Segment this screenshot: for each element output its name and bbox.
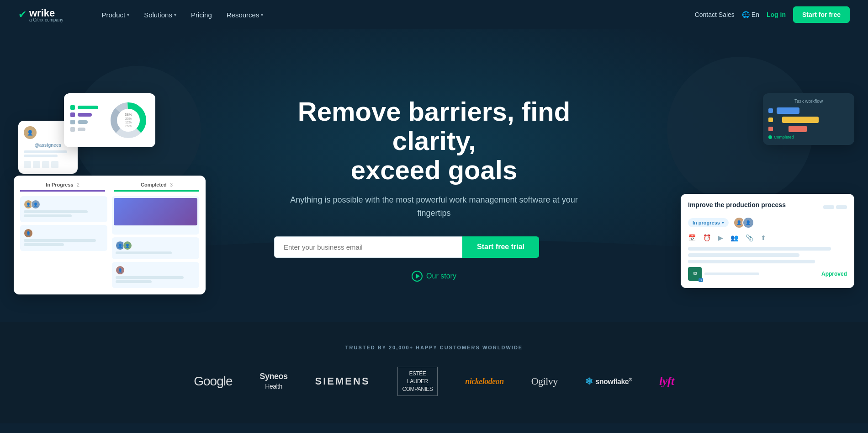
- prod-status-row: In progress ▾ 👤 👤: [688, 217, 847, 229]
- play-icon: ▶: [718, 234, 723, 241]
- trusted-label: TRUSTED BY 20,000+ HAPPY CUSTOMERS WORLD…: [18, 345, 850, 350]
- hero-title: Remove barriers, find clarity, exceed go…: [274, 97, 594, 184]
- workflow-card: Task workflow Completed: [763, 93, 854, 145]
- file-label: [704, 273, 759, 275]
- nickelodeon-logo: nickelodeon: [465, 377, 504, 386]
- kanban-completed-header: Completed 3: [114, 182, 199, 192]
- nav-resources[interactable]: Resources ▾: [221, 7, 269, 22]
- lyft-logo: lyft: [659, 374, 674, 388]
- file-thumbnail: 🖼 3: [688, 267, 702, 281]
- completed-column: 👤 👤 👤: [112, 196, 199, 288]
- chevron-down-icon: ▾: [127, 12, 129, 17]
- attach-icon: 📎: [746, 234, 753, 241]
- share-icon: ⬆: [761, 234, 766, 241]
- nav-left: ✔ wrike a Citrix company Product ▾ Solut…: [18, 0, 287, 29]
- workflow-title: Task workflow: [768, 99, 849, 104]
- prod-avatars: 👤 👤: [733, 217, 752, 229]
- ogilvy-logo: Ogilvy: [531, 375, 558, 387]
- avatar: 👤: [742, 217, 754, 229]
- chart-card: 38% 25% 12% 25%: [64, 93, 155, 147]
- nav-product[interactable]: Product ▾: [96, 7, 135, 22]
- language-selector[interactable]: 🌐 En: [742, 11, 759, 18]
- logo[interactable]: ✔ wrike a Citrix company: [18, 7, 63, 22]
- kanban-card: In Progress 2 Completed 3 👤 👤: [14, 176, 206, 294]
- login-link[interactable]: Log in: [767, 11, 786, 18]
- kanban-in-progress-header: In Progress 2: [20, 182, 105, 192]
- avatars: 👤 👤: [24, 200, 104, 209]
- production-title: Improve the production process: [688, 201, 786, 208]
- start-for-free-button[interactable]: Start for free: [793, 6, 850, 23]
- completed-label: Completed: [774, 135, 794, 139]
- completed-dot: [768, 135, 772, 139]
- avatars: 👤: [116, 266, 196, 275]
- in-progress-badge: In progress ▾: [688, 218, 729, 227]
- prod-bottom: 🖼 3 Approved: [688, 267, 847, 281]
- approved-tag: Approved: [821, 271, 847, 277]
- nav-right: Contact Sales 🌐 En Log in Start for free: [695, 6, 850, 23]
- kanban-columns: 👤 👤 👤: [20, 196, 199, 288]
- hero-form: Start free trial: [274, 236, 539, 258]
- customer-logos: Google SyneosHealth SIEMENS ESTÉELAUDERC…: [18, 367, 850, 396]
- trusted-section: TRUSTED BY 20,000+ HAPPY CUSTOMERS WORLD…: [0, 322, 868, 423]
- email-input[interactable]: [274, 236, 462, 258]
- nav-pricing[interactable]: Pricing: [185, 7, 217, 22]
- kanban-item: 👤 👤: [20, 196, 107, 222]
- completed-tag: Completed: [768, 135, 849, 139]
- status-label: In progress: [693, 220, 720, 225]
- donut-chart: 38% 25% 12% 25%: [108, 100, 149, 141]
- avatar: 👤: [116, 266, 125, 275]
- globe-icon: 🌐: [742, 11, 750, 18]
- our-story-link[interactable]: Our story: [274, 271, 594, 282]
- assign-icon: 👥: [730, 234, 738, 241]
- syneos-logo: SyneosHealth: [260, 372, 288, 391]
- snowflake-logo: ❄ snowflake®: [585, 376, 632, 387]
- nav-solutions[interactable]: Solutions ▾: [138, 7, 182, 22]
- hero-section: 👤 @assignees: [0, 29, 868, 322]
- google-logo: Google: [194, 374, 232, 389]
- prod-file: 🖼 3: [688, 267, 759, 281]
- contact-sales-link[interactable]: Contact Sales: [695, 11, 735, 18]
- logo-sub: a Citrix company: [29, 17, 63, 22]
- logo-icon: ✔: [18, 9, 26, 21]
- estee-lauder-logo: ESTÉELAUDERCOMPANIES: [397, 367, 438, 396]
- avatar: 👤: [31, 200, 40, 209]
- kanban-item: 👤: [20, 225, 107, 251]
- avatar: 👤: [123, 241, 132, 250]
- action-icons: [24, 161, 72, 168]
- navbar: ✔ wrike a Citrix company Product ▾ Solut…: [0, 0, 868, 29]
- calendar-icon: 📅: [688, 234, 696, 241]
- kanban-item: [112, 196, 199, 235]
- siemens-logo: SIEMENS: [315, 375, 370, 387]
- hero-content: Remove barriers, find clarity, exceed go…: [274, 97, 594, 282]
- kanban-header: In Progress 2 Completed 3: [20, 182, 199, 192]
- kanban-item: 👤 👤: [112, 237, 199, 259]
- production-card: Improve the production process In progre…: [681, 194, 854, 288]
- hero-subtitle: Anything is possible with the most power…: [274, 193, 594, 220]
- start-free-trial-button[interactable]: Start free trial: [462, 236, 539, 258]
- gantt-chart: [768, 107, 849, 132]
- avatar: 👤: [24, 229, 33, 238]
- chart-bars: [70, 105, 103, 132]
- nav-links: Product ▾ Solutions ▾ Pricing Resources …: [78, 0, 287, 29]
- chevron-down-icon: ▾: [174, 12, 176, 17]
- kanban-item: 👤: [112, 262, 199, 288]
- chevron-down-icon: ▾: [722, 220, 724, 225]
- in-progress-column: 👤 👤 👤: [20, 196, 107, 288]
- avatars: 👤 👤: [116, 241, 196, 250]
- clock-icon: ⏰: [703, 234, 711, 241]
- prod-lines: [688, 247, 847, 263]
- avatar: 👤: [24, 126, 37, 139]
- play-icon: [412, 271, 423, 282]
- avatars: 👤: [24, 229, 104, 238]
- prod-tools: 📅 ⏰ ▶ 👥 📎 ⬆: [688, 234, 847, 241]
- chevron-down-icon: ▾: [261, 12, 263, 17]
